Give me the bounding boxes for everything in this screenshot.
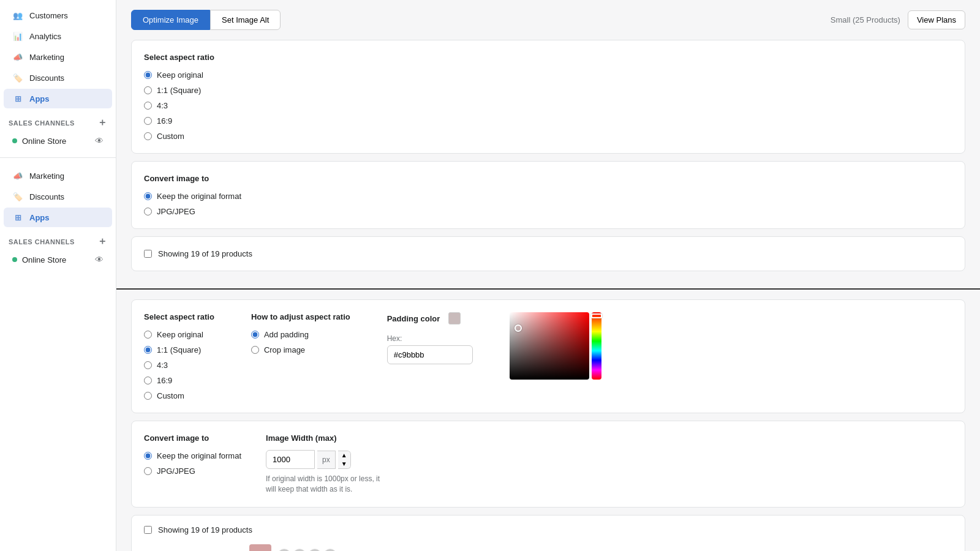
sidebar-item-online-store[interactable]: Online Store 👁 bbox=[4, 132, 112, 149]
marketing2-icon: 📣 bbox=[12, 170, 23, 181]
online-store-eye-icon2[interactable]: 👁 bbox=[95, 255, 104, 264]
radio-16-9-bot[interactable]: 16:9 bbox=[144, 376, 214, 385]
avatar-2: B bbox=[293, 549, 306, 551]
product-avatars: A B C D bbox=[277, 549, 337, 551]
aspect-ratio-title-bot: Select aspect ratio bbox=[144, 312, 214, 321]
convert-title-bot: Convert image to bbox=[144, 433, 241, 443]
sidebar-item-online-store2[interactable]: Online Store 👁 bbox=[4, 251, 112, 268]
sidebar-label-apps: Apps bbox=[29, 94, 50, 103]
hex-input-group: Hex: bbox=[387, 334, 473, 364]
sidebar-top: 👥 Customers 📊 Analytics 📣 Marketing 🏷️ D… bbox=[0, 0, 116, 551]
main-content: Optimize Image Set Image Alt Small (25 P… bbox=[116, 0, 980, 551]
online-store-label: Online Store bbox=[22, 137, 66, 146]
how-adjust-title: How to adjust aspect ratio bbox=[251, 312, 350, 321]
sidebar-label-marketing: Marketing bbox=[29, 53, 64, 62]
hex-input[interactable] bbox=[387, 345, 473, 364]
radio-add-padding[interactable]: Add padding bbox=[251, 330, 350, 339]
showing-card-bot: Showing 19 of 19 products ↗ Best Friends… bbox=[131, 515, 965, 551]
radio-jpg-top[interactable]: JPG/JPEG bbox=[144, 207, 952, 216]
view-plans-button[interactable]: View Plans bbox=[908, 10, 965, 29]
radio-square-top[interactable]: 1:1 (Square) bbox=[144, 86, 952, 95]
radio-jpg-bot[interactable]: JPG/JPEG bbox=[144, 467, 241, 476]
showing-checkbox-bot[interactable] bbox=[144, 526, 152, 534]
width-unit: px bbox=[317, 451, 336, 469]
store-status-dot bbox=[12, 138, 17, 143]
radio-custom-bot[interactable]: Custom bbox=[144, 391, 214, 400]
radio-16-9-top[interactable]: 16:9 bbox=[144, 116, 952, 126]
padding-color-label: Padding color bbox=[387, 314, 440, 323]
showing-label-bot: Showing 19 of 19 products bbox=[158, 525, 252, 534]
aspect-ratio-card-bot: Select aspect ratio Keep original 1:1 (S… bbox=[131, 299, 965, 413]
sidebar-label-discounts: Discounts bbox=[29, 73, 64, 83]
radio-keep-original-bot[interactable]: Keep original bbox=[144, 330, 214, 339]
radio-keep-format-bot[interactable]: Keep the original format bbox=[144, 451, 241, 460]
sales-channels-header: SALES CHANNELS ＋ bbox=[0, 109, 116, 132]
add-sales-channel-icon2[interactable]: ＋ bbox=[97, 235, 108, 248]
bottom-section: Select aspect ratio Keep original 1:1 (S… bbox=[116, 290, 980, 551]
discounts-icon: 🏷️ bbox=[12, 72, 23, 83]
sidebar-label-discounts2: Discounts bbox=[29, 192, 64, 201]
width-decrease[interactable]: ▼ bbox=[338, 460, 350, 468]
padding-color-section: Padding color Hex: bbox=[387, 312, 473, 400]
convert-options-top: Keep the original format JPG/JPEG bbox=[144, 192, 952, 216]
radio-crop-image[interactable]: Crop image bbox=[251, 345, 350, 354]
width-increase[interactable]: ▲ bbox=[338, 451, 350, 460]
aspect-col-select: Select aspect ratio Keep original 1:1 (S… bbox=[144, 312, 214, 400]
width-stepper: ▲ ▼ bbox=[338, 451, 351, 469]
showing-label-top: Showing 19 of 19 products bbox=[158, 249, 252, 258]
top-header: Optimize Image Set Image Alt Small (25 P… bbox=[131, 10, 965, 30]
aspect-ratio-title-top: Select aspect ratio bbox=[144, 53, 952, 62]
radio-4-3-top[interactable]: 4:3 bbox=[144, 101, 952, 110]
avatar-4: D bbox=[323, 549, 337, 551]
radio-keep-format-top[interactable]: Keep the original format bbox=[144, 192, 952, 201]
hue-slider-handle bbox=[591, 313, 602, 318]
product-thumbnail bbox=[249, 544, 271, 551]
discounts2-icon: 🏷️ bbox=[12, 191, 23, 202]
convert-col: Convert image to Keep the original forma… bbox=[144, 433, 241, 495]
convert-card-top: Convert image to Keep the original forma… bbox=[131, 161, 965, 229]
sidebar-item-apps2[interactable]: ⊞ Apps bbox=[4, 208, 112, 227]
aspect-ratio-card-top: Select aspect ratio Keep original 1:1 (S… bbox=[131, 40, 965, 154]
sidebar-item-discounts2[interactable]: 🏷️ Discounts bbox=[4, 187, 112, 206]
sidebar-item-customers[interactable]: 👥 Customers bbox=[4, 6, 112, 25]
color-swatch[interactable] bbox=[448, 312, 461, 324]
sidebar-label-marketing2: Marketing bbox=[29, 171, 64, 181]
analytics-icon: 📊 bbox=[12, 31, 23, 42]
aspect-ratio-options-top: Keep original 1:1 (Square) 4:3 16:9 Cust… bbox=[144, 70, 952, 141]
tab-set-image-alt[interactable]: Set Image Alt bbox=[210, 10, 281, 30]
store-status-dot2 bbox=[12, 257, 17, 262]
color-hue-slider[interactable] bbox=[592, 312, 601, 380]
width-col: Image Width (max) px ▲ ▼ If original wid… bbox=[266, 433, 388, 495]
radio-4-3-bot[interactable]: 4:3 bbox=[144, 361, 214, 370]
width-title: Image Width (max) bbox=[266, 433, 388, 443]
apps-icon: ⊞ bbox=[12, 93, 23, 104]
showing-checkbox-top[interactable] bbox=[144, 250, 152, 258]
top-section: Optimize Image Set Image Alt Small (25 P… bbox=[116, 0, 980, 290]
add-sales-channel-icon[interactable]: ＋ bbox=[97, 116, 108, 129]
sidebar-item-marketing[interactable]: 📣 Marketing bbox=[4, 47, 112, 67]
sidebar-item-analytics[interactable]: 📊 Analytics bbox=[4, 26, 112, 46]
marketing-icon: 📣 bbox=[12, 51, 23, 62]
aspect-col-how: How to adjust aspect ratio Add padding C… bbox=[251, 312, 350, 400]
sidebar-item-marketing2[interactable]: 📣 Marketing bbox=[4, 166, 112, 186]
customers-icon: 👥 bbox=[12, 10, 23, 21]
width-input-row: px ▲ ▼ bbox=[266, 450, 388, 469]
online-store-eye-icon[interactable]: 👁 bbox=[95, 136, 104, 146]
convert-card-bot: Convert image to Keep the original forma… bbox=[131, 421, 965, 508]
sidebar-label-apps2: Apps bbox=[29, 213, 50, 222]
color-picker-cursor bbox=[514, 324, 522, 332]
plan-label: Small (25 Products) bbox=[831, 15, 900, 24]
showing-checkbox-row-top: Showing 19 of 19 products bbox=[144, 249, 952, 258]
hex-label: Hex: bbox=[387, 334, 473, 343]
convert-title-top: Convert image to bbox=[144, 174, 952, 183]
width-hint: If original width is 1000px or less, it … bbox=[266, 474, 388, 495]
width-input[interactable] bbox=[266, 450, 315, 469]
color-picker-gradient[interactable] bbox=[510, 312, 589, 380]
sidebar-item-apps[interactable]: ⊞ Apps bbox=[4, 89, 112, 108]
tab-optimize-image[interactable]: Optimize Image bbox=[131, 10, 210, 30]
sidebar-label-customers: Customers bbox=[29, 11, 68, 20]
sidebar-item-discounts[interactable]: 🏷️ Discounts bbox=[4, 68, 112, 88]
radio-square-bot[interactable]: 1:1 (Square) bbox=[144, 345, 214, 354]
radio-custom-top[interactable]: Custom bbox=[144, 132, 952, 141]
radio-keep-original-top[interactable]: Keep original bbox=[144, 70, 952, 80]
